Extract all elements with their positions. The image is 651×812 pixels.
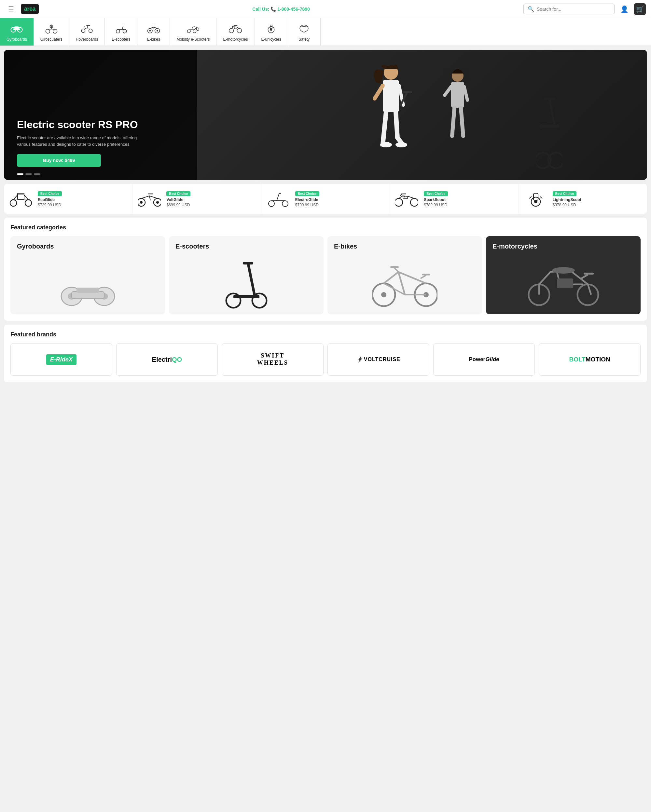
category-card-gyroboards[interactable]: Gyroboards — [11, 236, 165, 314]
svg-point-4 — [46, 29, 50, 34]
hero-title: Electric scooter RS PRO — [17, 119, 147, 131]
svg-rect-54 — [18, 193, 24, 200]
brand-swiftwheels-logo: SWIFTWHEELS — [257, 352, 289, 366]
svg-point-63 — [282, 201, 288, 207]
nav-category-e-unicycles[interactable]: E-unicycles — [255, 18, 288, 46]
mobility-e-scooters-label: Mobility e-Scooters — [176, 37, 209, 42]
search-icon: 🔍 — [528, 6, 534, 12]
product-card-0[interactable]: Best Choice EcoGlide $729.99 USD — [4, 184, 133, 214]
e-scooters-label: E-scooters — [112, 37, 130, 42]
logo[interactable]: area — [21, 4, 39, 14]
product-card-3[interactable]: Best Choice SparkScoot $789.99 USD — [390, 184, 518, 214]
brand-eridex-logo: E-RideX — [46, 354, 76, 365]
best-choice-badge-2: Best Choice — [295, 191, 319, 196]
escooter-nav-icon — [113, 22, 129, 35]
hero-content: Electric scooter RS PRO Electric scooter… — [17, 119, 147, 167]
product-image-2 — [265, 189, 291, 209]
nav-category-safety[interactable]: Safety — [288, 18, 321, 46]
category-card-escooters[interactable]: E-scooters — [169, 236, 324, 314]
product-name-0: EcoGlide — [38, 197, 128, 202]
nav-category-e-bikes[interactable]: E-bikes — [138, 18, 170, 46]
brand-card-swiftwheels[interactable]: SWIFTWHEELS — [222, 343, 324, 376]
product-name-4: LightningScoot — [553, 197, 643, 202]
hamburger-menu-button[interactable]: ☰ — [5, 3, 17, 15]
svg-line-98 — [588, 284, 591, 295]
svg-point-16 — [116, 29, 120, 33]
product-card-1[interactable]: Best Choice VoltGlide $699.99 USD — [133, 184, 261, 214]
hero-dot-1[interactable] — [17, 173, 23, 175]
product-info-2: Best Choice ElectroGlide $799.99 USD — [295, 190, 386, 207]
category-emotorcycles-label: E-motorcycles — [492, 243, 634, 250]
search-bar[interactable]: 🔍 — [523, 4, 614, 14]
hamburger-icon: ☰ — [8, 5, 14, 13]
svg-point-37 — [380, 142, 392, 147]
svg-line-35 — [374, 85, 383, 99]
svg-point-11 — [89, 29, 92, 32]
svg-point-25 — [197, 28, 199, 31]
nav-category-e-motorcycles[interactable]: E-motorcycles — [217, 18, 255, 46]
svg-rect-41 — [540, 125, 559, 128]
best-choice-badge-4: Best Choice — [553, 191, 577, 196]
nav-category-e-scooters[interactable]: E-scooters — [105, 18, 138, 46]
nav-category-mobility-e-scooters[interactable]: Mobility e-Scooters — [170, 18, 217, 46]
brand-card-powerglide[interactable]: PowerGlide — [433, 343, 535, 376]
product-price-4: $378.99 USD — [553, 203, 643, 207]
product-card-2[interactable]: Best Choice ElectroGlide $799.99 USD — [261, 184, 390, 214]
product-image-4 — [523, 189, 549, 209]
e-bikes-label: E-bikes — [147, 37, 160, 42]
product-card-4[interactable]: Best Choice LightningScoot $378.99 USD — [519, 184, 647, 214]
svg-point-58 — [140, 201, 142, 204]
svg-line-89 — [420, 275, 426, 278]
svg-rect-79 — [76, 288, 99, 293]
hero-dot-2[interactable] — [25, 173, 32, 175]
svg-point-66 — [411, 198, 418, 206]
hoverboards-label: Hoverboards — [76, 37, 98, 42]
cart-button[interactable]: 🛒 — [634, 3, 646, 15]
best-choice-badge-3: Best Choice — [424, 191, 448, 196]
user-icon: 👤 — [620, 5, 628, 13]
svg-point-29 — [270, 29, 272, 31]
category-card-ebikes[interactable]: E-bikes — [327, 236, 482, 314]
header-icons: 👤 🛒 — [619, 3, 646, 15]
category-gyroboards-label: Gyroboards — [17, 243, 159, 250]
giroscuaters-label: Giroscuaters — [40, 37, 63, 42]
brand-card-boltmotion[interactable]: BOLTMOTION — [539, 343, 640, 376]
svg-line-31 — [269, 27, 269, 28]
best-choice-badge-1: Best Choice — [167, 191, 190, 196]
brand-card-voltcruise[interactable]: VOLTCRUISE — [327, 343, 429, 376]
svg-line-50 — [452, 108, 454, 136]
hero-banner: Electric scooter RS PRO Electric scooter… — [4, 50, 647, 180]
product-info-4: Best Choice LightningScoot $378.99 USD — [553, 190, 643, 207]
nav-categories: Gyroboards Giroscuaters — [0, 18, 651, 46]
user-account-button[interactable]: 👤 — [619, 3, 630, 15]
product-info-0: Best Choice EcoGlide $729.99 USD — [38, 190, 128, 207]
featured-categories-title: Featured categories — [11, 224, 640, 231]
call-us-label: Call Us: 📞 1-800-456-7890 — [43, 6, 520, 12]
category-card-emotorcycles[interactable]: E-motorcycles — [486, 236, 640, 314]
product-name-3: SparkScoot — [424, 197, 514, 202]
svg-point-27 — [237, 28, 242, 33]
product-price-0: $729.99 USD — [38, 203, 128, 207]
hero-dot-3[interactable] — [34, 173, 40, 175]
logo-text: area — [24, 6, 35, 12]
nav-category-hoverboards[interactable]: Hoverboards — [69, 18, 105, 46]
cart-icon: 🛒 — [636, 5, 644, 13]
brand-card-eridex[interactable]: E-RideX — [11, 343, 112, 376]
svg-line-48 — [445, 87, 451, 95]
safety-label: Safety — [298, 37, 310, 42]
search-input[interactable] — [537, 6, 610, 12]
brand-voltcruise-logo: VOLTCRUISE — [356, 356, 400, 363]
nav-category-giroscuaters[interactable]: Giroscuaters — [34, 18, 69, 46]
safety-nav-icon — [296, 22, 312, 35]
svg-line-72 — [529, 197, 532, 198]
svg-line-15 — [84, 27, 86, 29]
hero-scooter — [536, 85, 562, 177]
svg-line-32 — [273, 27, 274, 28]
brand-card-electrigo[interactable]: ElectriQO — [116, 343, 218, 376]
hero-buy-button[interactable]: Buy now: $499 — [17, 154, 101, 167]
gyroboard-nav-icon — [9, 22, 24, 35]
gyroboard-category-image — [17, 250, 159, 308]
nav-category-gyroboards[interactable]: Gyroboards — [0, 18, 34, 46]
svg-point-5 — [53, 29, 57, 34]
hero-person2 — [437, 64, 479, 165]
